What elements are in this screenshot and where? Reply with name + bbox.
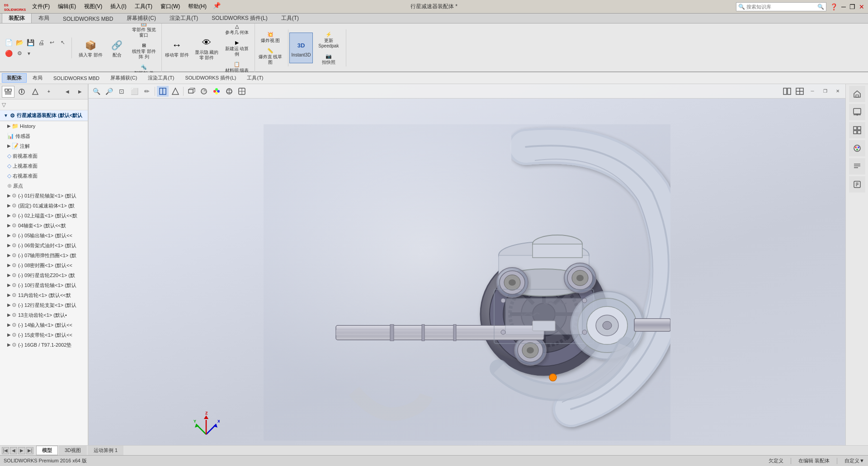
print-btn[interactable]: 🖨 [36,38,46,47]
minimize-icon[interactable]: ─ [841,3,846,10]
options-btn[interactable]: ⚙ [14,48,24,58]
tree-item-history[interactable]: ▶ 📁 History [0,121,88,131]
scenes-btn[interactable] [223,86,235,97]
menu-view[interactable]: 视图(V) [80,2,106,11]
part16-arrow[interactable]: ▶ [7,341,11,349]
tree-item-top-plane[interactable]: ◇ 上视基准面 [0,161,88,171]
search-button[interactable]: 🔍 [817,4,824,10]
tree-item-part-11[interactable]: ▶ ⚙ 11内齿轮<1> (默认<<默 [0,290,88,300]
home-view-btn[interactable] [849,86,865,102]
part04-arrow[interactable]: ▶ [7,221,11,230]
appearance-manager-btn[interactable] [849,140,865,156]
viewport[interactable]: 🔍 🔎 ⊡ ⬜ ✏ [89,84,845,466]
save-btn[interactable]: 💾 [25,38,35,47]
ribbon-tab-mbd[interactable]: SOLIDWORKS MBD [56,14,120,23]
properties-btn[interactable] [849,158,865,174]
zoom-to-fit-btn[interactable]: 🔍 [90,86,102,97]
ribbon-tab-capture[interactable]: 屏幕捕获(C) [120,13,163,23]
dimxpert-tab[interactable]: + [42,86,55,98]
part05-arrow[interactable]: ▶ [7,231,11,240]
appearance-btn[interactable] [211,86,222,97]
standard-views-btn[interactable]: ⬜ [128,86,140,97]
tree-item-part-04[interactable]: ▶ ⚙ 04轴套<1> (默认<<默 [0,221,88,231]
minimize-btn[interactable]: ─ [807,86,818,97]
part06-arrow[interactable]: ▶ [7,241,11,249]
close-icon[interactable]: ✕ [859,3,864,10]
tree-item-part-10[interactable]: ▶ ⚙ (-) 10行星齿轮轴<1> (默认 [0,280,88,290]
search-input[interactable] [746,4,817,9]
move-component-btn[interactable]: ↔ 移动零 部件 [163,33,191,63]
part11-arrow[interactable]: ▶ [7,291,11,299]
insert-component-btn[interactable]: 📦 插入零 部件 [76,33,105,63]
undo-btn[interactable]: ↩ [47,38,57,47]
panel-fwd-btn[interactable]: ▶ [74,86,86,97]
part14-arrow[interactable]: ▶ [7,321,11,329]
menu-help[interactable]: 帮助(H) [184,2,210,11]
history-arrow[interactable]: ▶ [7,122,11,130]
tree-item-part-02[interactable]: ▶ ⚙ (固定) 01减速箱体<1> (默 [0,201,88,211]
explode-view-btn[interactable]: 💥 爆炸视 图 [256,29,285,45]
custom-properties-btn[interactable] [849,176,865,193]
tab-capture[interactable]: 屏幕捕获(C) [105,73,142,83]
explode-line-btn[interactable]: 📏 爆炸直 线草图 [256,46,285,66]
bottom-tab-model[interactable]: 模型 [36,446,58,455]
select-btn[interactable]: ↖ [58,38,68,47]
part07-arrow[interactable]: ▶ [7,251,11,259]
new-motion-btn[interactable]: ▶ 新建运 动算例 [222,38,252,58]
new-btn[interactable]: 📄 [4,38,14,47]
smart-fastener-btn[interactable]: 🔩 智能扣 件 [129,62,159,72]
tree-item-part-01[interactable]: ▶ ⚙ (-) 01行星轮轴架<1> (默认 [0,191,88,201]
tree-item-part-12[interactable]: ▶ ⚙ (-) 12行星轮支架<1> (默认 [0,300,88,310]
snapshot-btn[interactable]: 📷 拍快照 [314,51,343,66]
config-tab[interactable] [29,86,42,98]
tree-item-origin[interactable]: ⊕ 原点 [0,181,88,191]
ribbon-tab-render[interactable]: 渲染工具(T) [163,13,205,23]
tree-item-part-15[interactable]: ▶ ⚙ (-) 15皮带轮<1> (默认<< [0,330,88,340]
part09-arrow[interactable]: ▶ [7,271,11,279]
status-customize[interactable]: 自定义▼ [844,457,864,464]
part08-arrow[interactable]: ▶ [7,261,11,269]
tree-item-annotation[interactable]: ▶ 📝 注解 [0,141,88,151]
tree-item-part-06[interactable]: ▶ ⚙ (-) 06骨架式油封<1> (默认 [0,240,88,250]
toolbar-dropdown[interactable]: ▼ [25,48,33,58]
reference-geom-btn[interactable]: △ 参考几 何体 [222,24,252,37]
tab-mbd[interactable]: SOLIDWORKS MBD [48,74,104,82]
tree-item-part-08[interactable]: ▶ ⚙ (-) 08密封圈<1> (默认<< [0,260,88,270]
maximize-btn[interactable]: ❐ [819,86,831,97]
tree-item-part-14[interactable]: ▶ ⚙ (-) 14输入轴<1> (默认<< [0,320,88,330]
display-manager-btn[interactable] [849,104,865,120]
tree-root-arrow[interactable]: ▼ [4,113,8,118]
menu-window[interactable]: 窗口(W) [157,2,184,11]
menu-file[interactable]: 文件(F) [28,2,53,11]
close-view-btn[interactable]: ✕ [832,86,844,97]
tab-layout[interactable]: 布局 [28,73,47,83]
display-pane-btn[interactable] [781,86,793,97]
tree-item-part-05[interactable]: ▶ ⚙ (-) 05输出轴<1> (默认<< [0,231,88,240]
part03-arrow[interactable]: ▶ [7,212,11,220]
menu-tools[interactable]: 工具(T) [131,2,156,11]
first-tab-btn[interactable]: |◀ [2,447,9,454]
ribbon-tab-plugins[interactable]: SOLIDWORKS 插件(L) [205,13,274,23]
zoom-in-btn[interactable]: 🔎 [103,86,115,97]
part13-arrow[interactable]: ▶ [7,311,11,319]
search-box[interactable]: 🔍 🔍 [736,2,826,11]
menu-insert[interactable]: 插入(I) [107,2,130,11]
ribbon-tab-layout[interactable]: 布局 [32,13,56,23]
part10-arrow[interactable]: ▶ [7,281,11,289]
tree-root-item[interactable]: ▼ ⚙ 行星减速器装配体 (默认<默认 [0,110,88,121]
tree-item-part-03[interactable]: ▶ ⚙ (-) 02上端盖<1> (默认<<默 [0,211,88,221]
view-tools-btn[interactable] [170,86,181,97]
prev-tab-btn[interactable]: ◀ [10,447,17,454]
preview-btn[interactable]: 🪟 零部件 预览窗口 [129,24,159,39]
next-tab-btn[interactable]: ▶ [18,447,25,454]
rebuild-btn[interactable]: 🔴 [4,48,14,58]
ribbon-tab-assembly[interactable]: 装配体 [2,13,32,23]
view-orient-btn[interactable]: ✏ [141,86,153,97]
instant3d-btn[interactable]: 3D Instant3D [289,33,313,63]
menu-edit[interactable]: 编辑(E) [54,2,80,11]
tree-item-part-16[interactable]: ▶ ⚙ (-) 16GB / T97.1-2002垫 [0,340,88,350]
ribbon-tab-tools[interactable]: 工具(T) [274,13,306,23]
tree-item-right-plane[interactable]: ◇ 右视基准面 [0,171,88,181]
update-speedpak-btn[interactable]: ⚡ 更新 Speedpak [314,29,343,50]
panel-back-btn[interactable]: ◀ [61,86,73,97]
